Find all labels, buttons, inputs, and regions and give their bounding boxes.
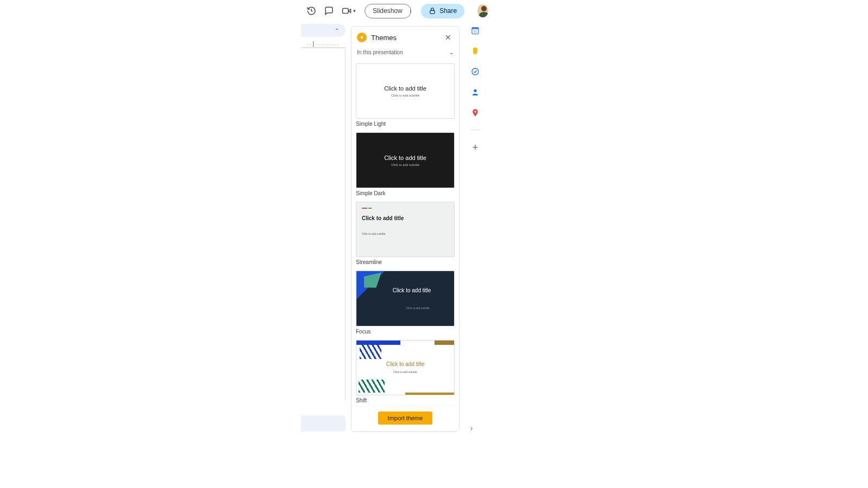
comment-icon[interactable] — [324, 5, 334, 16]
contacts-icon[interactable] — [470, 87, 480, 97]
placeholder-subtitle: Click to add subtitle — [362, 232, 385, 235]
toolbar-collapse[interactable]: ⌃ — [301, 24, 346, 37]
import-theme-footer: Import theme — [352, 406, 459, 431]
horizontal-ruler — [301, 39, 346, 48]
share-label: Share — [439, 7, 457, 15]
top-toolbar: ▾ Slideshow ▾ Share — [301, 3, 488, 18]
theme-label: Streamline — [356, 259, 455, 265]
placeholder-subtitle: Click to add subtitle — [406, 306, 429, 310]
placeholder-title: Click to add title — [393, 287, 431, 293]
svg-text:31: 31 — [474, 30, 477, 33]
chevron-down-icon: ▾ — [353, 8, 356, 14]
theme-thumbnail: Click to add title Click to add subtitle — [356, 63, 455, 119]
theme-thumbnail: Click to add title Click to add subtitle — [356, 132, 455, 188]
svg-point-9 — [474, 111, 476, 112]
side-panel-icons: 31 — [466, 25, 484, 153]
svg-rect-2 — [430, 10, 435, 14]
theme-focus[interactable]: Click to add title Click to add subtitle… — [356, 271, 455, 334]
svg-point-7 — [472, 68, 478, 75]
placeholder-title: Click to add title — [384, 85, 426, 92]
theme-shift[interactable]: Click to add title Click to add subtitle… — [356, 340, 455, 403]
add-addon-button[interactable]: + — [473, 142, 478, 153]
theme-streamline[interactable]: Click to add title Click to add subtitle… — [356, 202, 455, 265]
share-button[interactable]: Share — [421, 4, 464, 18]
camera-icon — [341, 5, 352, 16]
palette-icon — [357, 33, 367, 42]
slideshow-button[interactable]: Slideshow — [365, 4, 411, 18]
theme-label: Simple Light — [356, 121, 455, 127]
history-icon[interactable] — [307, 5, 316, 16]
themes-panel-title: Themes — [371, 34, 438, 42]
svg-rect-4 — [472, 28, 478, 29]
theme-label: Simple Dark — [356, 190, 455, 196]
slideshow-dropdown[interactable]: ▾ — [411, 4, 411, 18]
filmstrip-footer — [301, 415, 346, 432]
placeholder-title: Click to add title — [384, 155, 426, 161]
slide-canvas-edge — [301, 48, 346, 400]
svg-rect-0 — [343, 9, 349, 14]
import-theme-button[interactable]: Import theme — [378, 412, 433, 425]
chevron-down-icon: ⌄ — [449, 49, 454, 55]
placeholder-subtitle: Click to add subtitle — [393, 370, 417, 374]
slideshow-button-group: Slideshow ▾ — [365, 4, 411, 18]
keep-icon[interactable] — [470, 46, 480, 56]
theme-label: Shift — [356, 397, 455, 403]
theme-simple-light[interactable]: Click to add title Click to add subtitle… — [356, 63, 455, 127]
chevron-up-icon: ⌃ — [335, 28, 339, 34]
presentation-selector-label: In this presentation — [357, 49, 403, 55]
placeholder-subtitle: Click to add subtitle — [391, 163, 419, 166]
theme-thumbnail: Click to add title Click to add subtitle — [356, 271, 455, 326]
themes-panel-header: Themes ✕ — [352, 27, 459, 47]
close-icon[interactable]: ✕ — [443, 32, 454, 43]
placeholder-title: Click to add title — [386, 361, 425, 367]
theme-thumbnail: Click to add title Click to add subtitle — [356, 340, 455, 395]
themes-panel: Themes ✕ In this presentation ⌄ Click to… — [351, 26, 459, 432]
themes-list[interactable]: Click to add title Click to add subtitle… — [352, 59, 459, 406]
placeholder-title: Click to add title — [362, 215, 404, 221]
theme-thumbnail: Click to add title Click to add subtitle — [356, 202, 455, 257]
side-divider — [470, 130, 480, 130]
side-panel-collapse[interactable]: › — [470, 424, 479, 433]
user-avatar[interactable] — [477, 4, 488, 17]
placeholder-subtitle: Click to add subtitle — [391, 94, 419, 97]
theme-label: Focus — [356, 329, 455, 335]
lock-icon — [429, 7, 436, 15]
svg-rect-6 — [475, 53, 476, 55]
maps-icon[interactable] — [470, 108, 480, 118]
tasks-icon[interactable] — [470, 67, 480, 76]
calendar-icon[interactable]: 31 — [470, 25, 480, 35]
svg-point-8 — [474, 89, 476, 92]
theme-simple-dark[interactable]: Click to add title Click to add subtitle… — [356, 132, 455, 196]
presentation-selector[interactable]: In this presentation ⌄ — [352, 47, 459, 59]
present-camera-button[interactable]: ▾ — [341, 5, 356, 16]
